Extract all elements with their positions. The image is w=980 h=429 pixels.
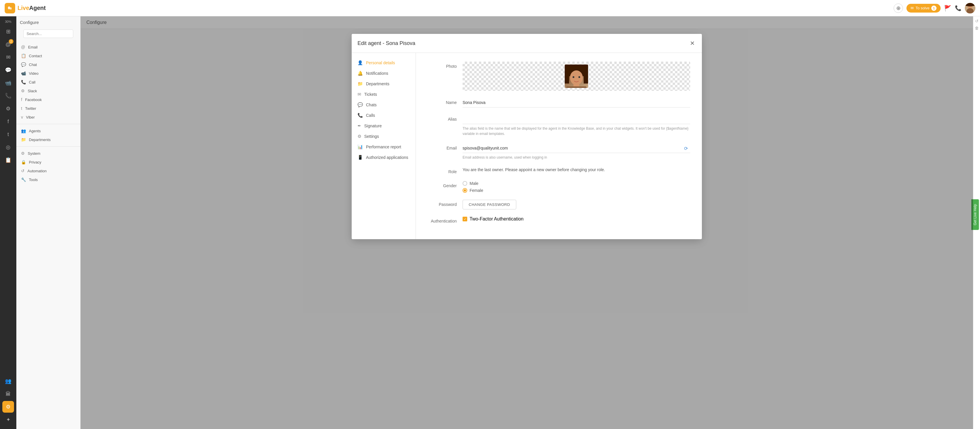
email-label: Email [428,144,463,150]
sec-sidebar-system[interactable]: ⚙ System [16,149,80,158]
alias-field: The alias field is the name that will be… [463,115,690,136]
modal-nav-chats[interactable]: 💬 Chats [352,100,415,110]
gender-female-option[interactable]: Female [463,188,690,193]
sec-sidebar-departments[interactable]: 📁 Departments [16,135,80,144]
modal-nav-settings[interactable]: ⚙ Settings [352,131,415,142]
sidebar-item-customers[interactable]: 👥 [2,375,14,387]
sec-sidebar-email[interactable]: @ Email [16,43,80,51]
password-label: Password [428,200,463,207]
sidebar-item-tickets[interactable]: ✉ [2,51,14,63]
logo[interactable]: LiveAgent [5,3,46,13]
email-wrapper: ⟳ [463,144,690,153]
automation-icon: ↺ [21,169,24,173]
modal-nav-signature[interactable]: ✒ Signature [352,121,415,131]
ticket-icon: ✉ [358,92,361,97]
role-value: You are the last owner. Please appoint a… [463,167,605,172]
modal-nav-calls[interactable]: 📞 Calls [352,110,415,121]
to-solve-label: To solve [915,6,929,10]
modal-nav-performance[interactable]: 📊 Performance report [352,142,415,152]
sec-sidebar-label: Tools [29,177,38,182]
form-row-alias: Alias The alias field is the name that w… [428,115,690,136]
sidebar-item-call[interactable]: 📞 [2,90,14,102]
modal-nav-label: Notifications [366,71,388,76]
sec-sidebar-chat[interactable]: 💬 Chat [16,60,80,69]
modal-overlay: Edit agent - Sona Pisova ✕ 👤 Personal de… [81,16,973,429]
phone-app-icon: 📱 [358,155,363,160]
avatar[interactable] [965,3,975,13]
edit-agent-modal: Edit agent - Sona Pisova ✕ 👤 Personal de… [352,34,702,239]
modal-body: 👤 Personal details 🔔 Notifications 📁 Dep… [352,53,702,239]
modal-form-content: Photo [416,53,702,239]
call-icon: 📞 [21,80,26,85]
alias-input[interactable] [463,115,690,124]
to-solve-button[interactable]: ✉ To solve 1 [907,4,940,13]
form-row-password: Password CHANGE PASSWORD [428,200,690,209]
sec-sidebar-tools[interactable]: 🔧 Tools [16,175,80,184]
email-icon: ✉ [910,6,914,10]
sec-sidebar-viber[interactable]: v Viber [16,113,80,121]
sec-sidebar-label: Twitter [25,106,36,111]
modal-close-button[interactable]: ✕ [689,38,696,48]
configure-title: Configure [20,20,77,25]
svg-point-8 [570,70,583,85]
sidebar-item-settings[interactable]: ⚙ [2,401,14,413]
sidebar-item-video[interactable]: 📹 [2,77,14,89]
sidebar-item-facebook[interactable]: f [2,116,14,127]
svg-rect-5 [965,3,975,6]
sec-sidebar-label: Video [29,71,38,76]
chat-icon: 💬 [21,62,26,67]
phone-icon[interactable]: 📞 [955,5,961,11]
sec-sidebar-label: Chat [29,62,37,67]
logo-icon [5,3,15,13]
modal-nav-personal-details[interactable]: 👤 Personal details [352,57,415,68]
modal-nav-departments[interactable]: 📁 Departments [352,78,415,89]
sec-sidebar-video[interactable]: 📹 Video [16,69,80,78]
search-input[interactable] [23,29,73,38]
gender-male-label: Male [469,181,478,186]
chart-icon: 📊 [358,144,363,150]
sidebar-item-integrations[interactable]: ⚙ [2,103,14,115]
sec-sidebar-contact[interactable]: 📋 Contact [16,51,80,60]
photo-label: Photo [428,62,463,69]
sec-sidebar-label: Agents [29,129,41,133]
trash-icon[interactable]: 🗑 [975,26,979,30]
email-input[interactable] [463,144,690,153]
tools-icon: 🔧 [21,177,26,182]
change-password-button[interactable]: CHANGE PASSWORD [463,200,516,209]
sec-sidebar-facebook[interactable]: f Facebook [16,95,80,104]
sec-sidebar-privacy[interactable]: 🔒 Privacy [16,158,80,166]
avatar-image [965,3,975,13]
svg-rect-9 [565,69,569,83]
photo-upload-area[interactable] [463,62,690,91]
sidebar-item-chat[interactable]: 💬 [2,64,14,76]
modal-nav-tickets[interactable]: ✉ Tickets [352,89,415,100]
gender-male-option[interactable]: Male [463,181,690,186]
sec-sidebar-label: Contact [29,54,42,58]
modal-nav-label: Departments [366,81,389,86]
sidebar-item-dashboard[interactable]: ⊞ [2,26,14,37]
two-factor-checkbox[interactable]: ✓ [463,217,467,222]
progress-text: 30% [5,20,11,23]
add-button[interactable]: ⊕ [894,3,903,13]
flag-icon[interactable]: 🚩 [944,5,951,12]
sidebar-item-reports[interactable]: 📋 [2,154,14,166]
refresh-icon[interactable]: ↺ [975,19,978,23]
sec-sidebar-label: Departments [29,137,51,142]
sec-sidebar-call[interactable]: 📞 Call [16,78,80,86]
sidebar-item-analytics[interactable]: ◎ [2,141,14,153]
modal-nav-authorized-apps[interactable]: 📱 Authorized applications [352,152,415,163]
sidebar-item-plugins[interactable]: ✦ [2,414,14,426]
sec-sidebar-automation[interactable]: ↺ Automation [16,166,80,175]
to-solve-count: 1 [931,6,937,11]
male-radio [463,181,467,186]
form-row-role: Role You are the last owner. Please appo… [428,167,690,174]
sec-sidebar-slack[interactable]: ⚙ Slack [16,86,80,95]
sidebar-item-twitter[interactable]: t [2,129,14,140]
sec-sidebar-label: System [28,151,40,156]
modal-nav-notifications[interactable]: 🔔 Notifications [352,68,415,78]
name-input[interactable] [463,98,690,107]
sec-sidebar-twitter[interactable]: t Twitter [16,104,80,113]
sec-sidebar-agents[interactable]: 👥 Agents [16,126,80,135]
sidebar-item-departments[interactable]: 🏛 [2,388,14,400]
sidebar-item-email[interactable]: @ 2 [2,38,14,50]
